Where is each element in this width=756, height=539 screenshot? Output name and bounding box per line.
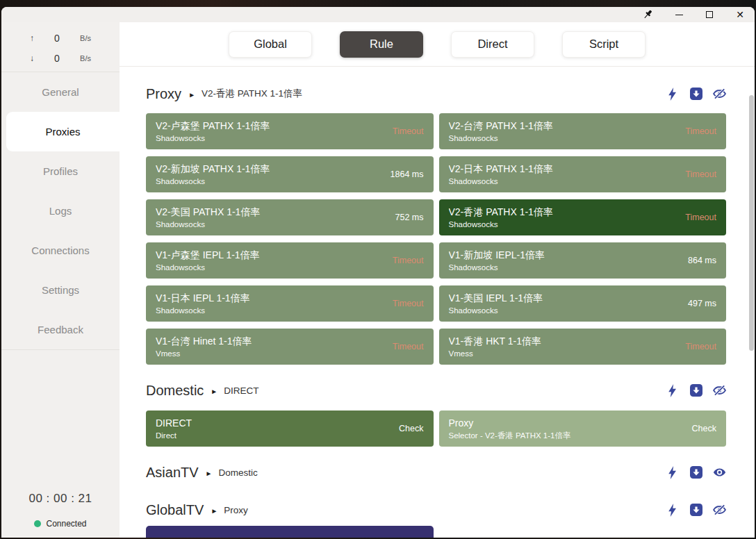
- upload-arrow-icon: ↑: [22, 33, 42, 43]
- collapse-group-icon[interactable]: [689, 88, 702, 101]
- proxy-card[interactable]: V1-新加坡 IEPL-1倍率Shadowsocks864 ms: [439, 242, 727, 279]
- group-arrow-icon: ►: [211, 507, 217, 515]
- upload-value: 0: [42, 33, 72, 44]
- proxy-card[interactable]: V1-卢森堡 IEPL 1-1倍率ShadowsocksTimeout: [146, 242, 434, 279]
- proxy-card[interactable]: V2-日本 PATHX 1-1倍率ShadowsocksTimeout: [439, 156, 727, 192]
- proxy-card-grid: DIRECTDirectCheckProxySelector - V2-香港 P…: [146, 411, 726, 447]
- card-status-timeout: Timeout: [685, 213, 716, 222]
- sidebar-item-general[interactable]: General: [1, 72, 120, 112]
- collapse-group-icon[interactable]: [689, 466, 702, 479]
- proxy-card[interactable]: V2-台湾 PATHX 1-1倍率ShadowsocksTimeout: [439, 113, 727, 149]
- sidebar-item-settings[interactable]: Settings: [1, 270, 120, 310]
- card-status-check[interactable]: Check: [399, 424, 423, 433]
- proxy-protocol: Shadowsocks: [156, 220, 424, 229]
- group-header-proxy: Proxy►V2-香港 PATHX 1-1倍率: [146, 82, 726, 106]
- maximize-icon[interactable]: [699, 8, 720, 22]
- proxy-name: V2-香港 PATHX 1-1倍率: [449, 206, 717, 218]
- sidebar-item-logs[interactable]: Logs: [1, 191, 120, 231]
- group-header-domestic: Domestic►DIRECT: [146, 379, 726, 402]
- speedtest-bolt-icon[interactable]: [666, 504, 679, 517]
- proxy-name: Proxy: [449, 417, 717, 429]
- sidebar-item-feedback[interactable]: Feedback: [1, 310, 120, 349]
- group-header-globaltv: GlobalTV►Proxy: [146, 498, 726, 522]
- group-name: Proxy: [146, 86, 181, 102]
- proxy-name: V2-美国 PATHX 1-1倍率: [156, 206, 424, 218]
- proxy-protocol: Selector - V2-香港 PATHX 1-1倍率: [449, 431, 717, 440]
- upload-speed: ↑ 0 B/s: [1, 33, 120, 44]
- proxy-card[interactable]: V1-日本 IEPL 1-1倍率ShadowsocksTimeout: [146, 285, 434, 322]
- group-actions: [666, 88, 726, 101]
- proxy-card[interactable]: DIRECTDirectCheck: [146, 411, 434, 447]
- sidebar-nav: GeneralProxiesProfilesLogsConnectionsSet…: [1, 72, 120, 350]
- card-status-latency: 497 ms: [688, 299, 716, 308]
- proxy-protocol: Direct: [156, 431, 424, 440]
- tab-global[interactable]: Global: [229, 31, 312, 58]
- hide-group-icon[interactable]: [713, 504, 726, 517]
- titlebar[interactable]: ✕: [1, 7, 755, 22]
- proxy-protocol: Vmess: [449, 349, 717, 358]
- tab-script[interactable]: Script: [562, 31, 646, 58]
- close-icon[interactable]: ✕: [730, 8, 750, 22]
- hide-group-icon[interactable]: [713, 384, 726, 397]
- tab-direct[interactable]: Direct: [451, 31, 534, 58]
- proxy-card[interactable]: V2-香港 PATHX 1-1倍率ShadowsocksTimeout: [439, 199, 727, 235]
- group-name: GlobalTV: [146, 502, 204, 518]
- pin-icon[interactable]: [638, 8, 659, 22]
- uptime-timer: 00 : 00 : 21: [1, 492, 120, 506]
- speedtest-bolt-icon[interactable]: [666, 384, 679, 397]
- traffic-panel: ↑ 0 B/s ↓ 0 B/s: [1, 22, 120, 72]
- proxy-protocol: Vmess: [156, 349, 424, 358]
- download-arrow-icon: ↓: [22, 53, 42, 63]
- sidebar: ↑ 0 B/s ↓ 0 B/s GeneralProxiesProfilesLo…: [1, 22, 120, 538]
- sidebar-item-profiles[interactable]: Profiles: [1, 151, 120, 191]
- download-unit: B/s: [72, 54, 99, 63]
- upload-unit: B/s: [72, 34, 99, 42]
- proxy-card[interactable]: ProxySelector - V2-香港 PATHX 1-1倍率Check: [439, 411, 727, 447]
- group-header-asiantv: AsianTV►Domestic: [146, 461, 726, 484]
- group-selected-node: DIRECT: [224, 385, 258, 396]
- proxy-card-partial[interactable]: [146, 526, 434, 538]
- card-status-timeout: Timeout: [393, 342, 424, 351]
- proxy-card[interactable]: V1-美国 IEPL 1-1倍率Shadowsocks497 ms: [439, 285, 727, 322]
- minimize-icon[interactable]: [668, 8, 689, 22]
- proxy-protocol: Shadowsocks: [156, 263, 424, 272]
- proxy-name: V1-香港 HKT 1-1倍率: [449, 335, 717, 347]
- hide-group-icon[interactable]: [713, 88, 726, 101]
- proxy-name: V1-新加坡 IEPL-1倍率: [449, 249, 717, 261]
- group-actions: [666, 504, 726, 517]
- show-group-icon[interactable]: [713, 466, 726, 479]
- proxy-card[interactable]: V1-台湾 Hinet 1-1倍率VmessTimeout: [146, 329, 434, 365]
- proxy-protocol: Shadowsocks: [156, 177, 424, 186]
- proxy-protocol: Shadowsocks: [449, 263, 717, 272]
- proxy-protocol: Shadowsocks: [449, 134, 717, 143]
- proxy-card[interactable]: V2-美国 PATHX 1-1倍率Shadowsocks752 ms: [146, 199, 434, 235]
- proxy-card[interactable]: V1-香港 HKT 1-1倍率VmessTimeout: [439, 329, 727, 365]
- group-actions: [666, 466, 726, 479]
- collapse-group-icon[interactable]: [689, 384, 702, 397]
- sidebar-item-proxies[interactable]: Proxies: [6, 112, 120, 151]
- proxy-name: V2-新加坡 PATHX 1-1倍率: [156, 163, 424, 175]
- group-selected-node: Proxy: [224, 505, 248, 515]
- card-status-check[interactable]: Check: [692, 424, 716, 433]
- proxy-name: V2-卢森堡 PATHX 1-1倍率: [156, 120, 424, 132]
- proxy-card[interactable]: V2-新加坡 PATHX 1-1倍率Shadowsocks1864 ms: [146, 156, 434, 192]
- download-value: 0: [42, 53, 72, 64]
- group-actions: [666, 384, 726, 397]
- tab-rule[interactable]: Rule: [340, 31, 423, 58]
- connected-dot-icon: [34, 520, 41, 527]
- proxy-protocol: Shadowsocks: [449, 177, 717, 186]
- group-name: Domestic: [146, 383, 204, 399]
- connection-status: 00 : 00 : 21 Connected: [1, 492, 120, 530]
- scrollbar-thumb[interactable]: [749, 95, 754, 351]
- sidebar-item-connections[interactable]: Connections: [1, 231, 120, 270]
- proxy-protocol: Shadowsocks: [156, 306, 424, 315]
- proxy-protocol: Shadowsocks: [449, 220, 717, 229]
- proxy-protocol: Shadowsocks: [449, 306, 717, 315]
- proxy-card[interactable]: V2-卢森堡 PATHX 1-1倍率ShadowsocksTimeout: [146, 113, 434, 149]
- collapse-group-icon[interactable]: [689, 504, 702, 517]
- speedtest-bolt-icon[interactable]: [666, 466, 679, 479]
- group-arrow-icon: ►: [188, 91, 195, 99]
- card-status-timeout: Timeout: [393, 299, 424, 308]
- speedtest-bolt-icon[interactable]: [666, 88, 679, 101]
- download-speed: ↓ 0 B/s: [1, 53, 120, 64]
